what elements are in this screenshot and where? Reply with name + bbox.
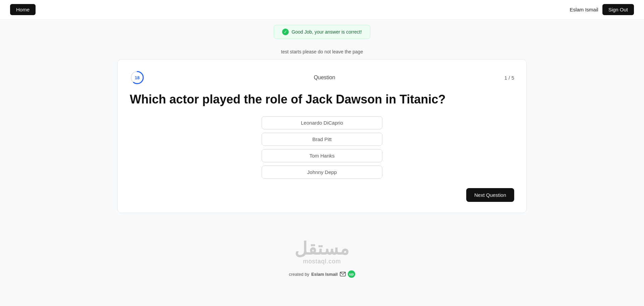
timer-circle: 18 [130,70,145,85]
nav-right: Eslam Ismail Sign Out [570,4,634,15]
options-list: Leonardo DiCaprio Brad Pitt Tom Hanks Jo… [130,116,514,179]
card-container: 18 Question 1 / 5 Which actor played the… [0,59,644,213]
toast-container: ✓ Good Job, your answer is correct! [0,19,644,39]
footer-credit: created by Eslam Ismail up [0,270,644,278]
up-badge: up [348,270,355,278]
option-1[interactable]: Leonardo DiCaprio [262,116,382,129]
question-counter: 1 / 5 [504,75,514,81]
page-notice: test starts please do not leave the page [0,39,644,59]
timer-value: 18 [135,75,140,80]
navbar: Home Eslam Ismail Sign Out [0,0,644,19]
option-4[interactable]: Johnny Depp [262,166,382,179]
question-label: Question [314,75,335,81]
footer-logo: مستقل [0,240,644,257]
footer-domain: mostaql.com [0,258,644,265]
user-name: Eslam Ismail [570,7,598,12]
nav-left: Home [10,4,36,15]
card-header: 18 Question 1 / 5 [130,70,514,85]
question-card: 18 Question 1 / 5 Which actor played the… [117,59,527,213]
option-2[interactable]: Brad Pitt [262,133,382,146]
footer: مستقل mostaql.com created by Eslam Ismai… [0,213,644,286]
check-icon: ✓ [282,29,289,35]
home-button[interactable]: Home [10,4,36,15]
success-toast: ✓ Good Job, your answer is correct! [274,25,370,39]
toast-message: Good Job, your answer is correct! [291,29,362,35]
signout-button[interactable]: Sign Out [602,4,634,15]
email-icon [340,272,346,276]
card-footer: Next Question [130,188,514,202]
next-question-button[interactable]: Next Question [466,188,514,202]
question-text: Which actor played the role of Jack Daws… [130,92,514,107]
credit-name: Eslam Ismail [311,272,338,277]
option-3[interactable]: Tom Hanks [262,149,382,162]
credit-prefix: created by [289,272,309,277]
